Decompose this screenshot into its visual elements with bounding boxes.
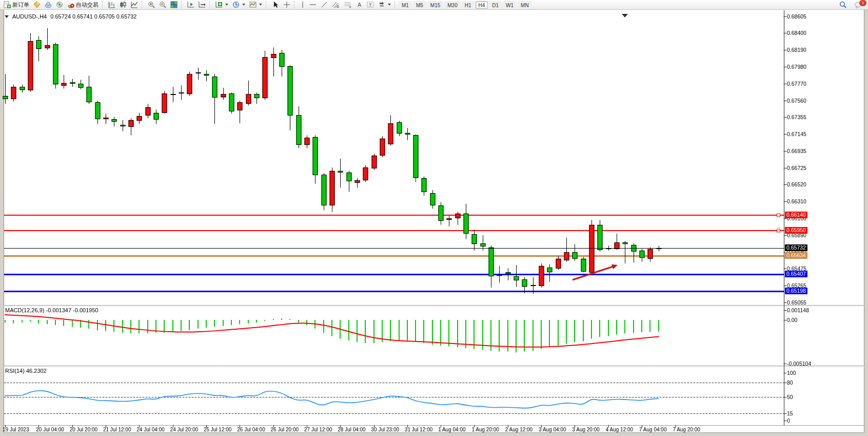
macd-axis-tick: -0.005104: [787, 361, 811, 367]
label-button[interactable]: T: [365, 1, 376, 9]
toolbar-right-cluster: 1: [837, 1, 866, 9]
time-axis-label: 4 Aug 12:00: [606, 427, 633, 432]
time-axis-label: 24 Jul 04:00: [136, 427, 165, 432]
timeframe-group: M1M5M15M30H1H4D1W1MN: [399, 1, 532, 9]
text-icon: A: [357, 1, 363, 8]
rsi-indicator-label: RSI(14) 46.2302: [5, 368, 47, 374]
macd-axis-tick: 0.00: [787, 317, 797, 323]
zoom-in-icon: [148, 1, 155, 8]
rsi-value: 46.2302: [26, 368, 47, 374]
time-axis-label: 25 Jul 12:00: [204, 427, 232, 432]
toolbar-separator: [181, 1, 184, 8]
timeframe-button-h4[interactable]: H4: [476, 1, 488, 9]
price-badge: 0.65634: [785, 252, 807, 259]
price-axis-tick: 0.66935: [787, 148, 806, 154]
auto-scroll-button[interactable]: [185, 1, 196, 9]
template-icon: [249, 1, 257, 8]
time-axis-label: 7 Aug 20:00: [673, 427, 700, 432]
timeframe-button-m15[interactable]: M15: [427, 1, 443, 9]
chart-ohlc-values: 0.65724 0.65741 0.65705 0.65732: [50, 13, 136, 20]
svg-text:A: A: [358, 2, 362, 8]
candlestick-button[interactable]: [117, 1, 129, 9]
search-button[interactable]: [837, 1, 849, 9]
price-axis-tick: 0.65055: [787, 299, 806, 306]
price-badge: 0.66140: [785, 212, 807, 218]
profile-button[interactable]: [43, 1, 54, 9]
vertical-line-button[interactable]: [298, 1, 307, 9]
rsi-axis-tick: 15: [787, 410, 793, 416]
time-axis-label: 20 Jul 04:00: [36, 427, 64, 432]
price-axis-tick: 0.67560: [787, 98, 806, 104]
time-axis-label: 27 Jul 12:00: [304, 427, 332, 432]
new-order-icon: [4, 1, 11, 8]
timeframe-button-w1[interactable]: W1: [503, 1, 517, 9]
price-axis-tick: 0.67145: [787, 131, 806, 137]
dropdown-caret-icon: [388, 4, 391, 6]
zoom-out-button[interactable]: [157, 1, 168, 9]
timeframe-button-mn[interactable]: MN: [518, 1, 532, 9]
new-order-label: 新订单: [12, 1, 29, 9]
line-chart-button[interactable]: [129, 1, 140, 9]
svg-text:T: T: [369, 3, 372, 8]
auto-trading-icon: [67, 1, 74, 8]
trendline-button[interactable]: [319, 1, 330, 9]
toolbar-separator: [266, 1, 268, 8]
auto-trading-label: 自动交易: [76, 1, 98, 9]
chart-symbol-period: AUDUSD-,H4: [12, 13, 47, 20]
notifications-button[interactable]: 1: [852, 1, 864, 9]
fibonacci-button[interactable]: F: [342, 1, 354, 9]
add-indicator-button[interactable]: [213, 1, 230, 9]
signals-icon: [56, 1, 63, 8]
timeframe-button-d1[interactable]: D1: [489, 1, 502, 9]
price-badge: 0.65950: [785, 227, 807, 234]
timeframe-button-m30[interactable]: M30: [444, 1, 460, 9]
chart-shift-button[interactable]: [196, 1, 208, 9]
crosshair-button[interactable]: [281, 1, 292, 9]
candlestick-icon: [120, 1, 127, 8]
channel-button[interactable]: E: [330, 1, 342, 9]
toolbar-separator: [209, 1, 212, 8]
price-badge: 0.65732: [785, 244, 807, 251]
market-watch-button[interactable]: [31, 1, 43, 9]
time-axis-label: 26 Jul 04:00: [237, 427, 265, 432]
svg-text:F: F: [349, 6, 351, 9]
timeframe-button-m5[interactable]: M5: [413, 1, 426, 9]
time-axis-label: 31 Jul 12:00: [405, 427, 433, 432]
label-icon: T: [367, 1, 374, 8]
shapes-button[interactable]: [376, 1, 393, 9]
dropdown-caret-icon: [242, 4, 245, 6]
cursor-icon: [272, 1, 279, 8]
time-axis-label: 30 Jul 23:00: [371, 427, 400, 432]
price-axis-tick: 0.68190: [787, 47, 806, 53]
new-order-button[interactable]: 新订单: [2, 1, 31, 9]
horizontal-line-button[interactable]: [307, 1, 319, 9]
time-axis-label: 24 Jul 20:00: [170, 427, 199, 432]
chart-header: AUDUSD-,H4 0.65724 0.65741 0.65705 0.657…: [5, 13, 136, 20]
shapes-icon: [378, 1, 385, 8]
toolbar-separator: [102, 1, 105, 8]
zoom-in-button[interactable]: [146, 1, 157, 9]
bar-chart-button[interactable]: [106, 1, 117, 9]
cursor-button[interactable]: [270, 1, 281, 9]
price-badge: 0.65407: [785, 271, 807, 277]
chart-canvas[interactable]: [0, 0, 868, 436]
auto-trading-button[interactable]: 自动交易: [65, 1, 101, 9]
time-axis-label: 1 Aug 20:00: [471, 427, 499, 432]
macd-values: -0.001347 -0.001950: [46, 307, 98, 313]
time-axis-label: 3 Aug 20:00: [572, 427, 599, 432]
profile-icon: [45, 1, 52, 8]
timeframe-button-h1[interactable]: H1: [462, 1, 475, 9]
timeframe-button-m1[interactable]: M1: [399, 1, 412, 9]
price-axis-tick: 0.68400: [787, 30, 806, 36]
text-button[interactable]: A: [354, 1, 365, 9]
template-button[interactable]: [247, 1, 264, 9]
bar-chart-icon: [108, 1, 115, 8]
crosshair-icon: [283, 1, 290, 8]
tile-windows-button[interactable]: [168, 1, 180, 9]
signals-button[interactable]: [54, 1, 65, 9]
time-axis-label: 19 Jul 2023: [3, 427, 29, 432]
svg-text:E: E: [337, 5, 339, 8]
channel-icon: E: [332, 1, 340, 8]
periods-button[interactable]: [230, 1, 247, 9]
symbol-dropdown-icon[interactable]: [5, 15, 9, 18]
